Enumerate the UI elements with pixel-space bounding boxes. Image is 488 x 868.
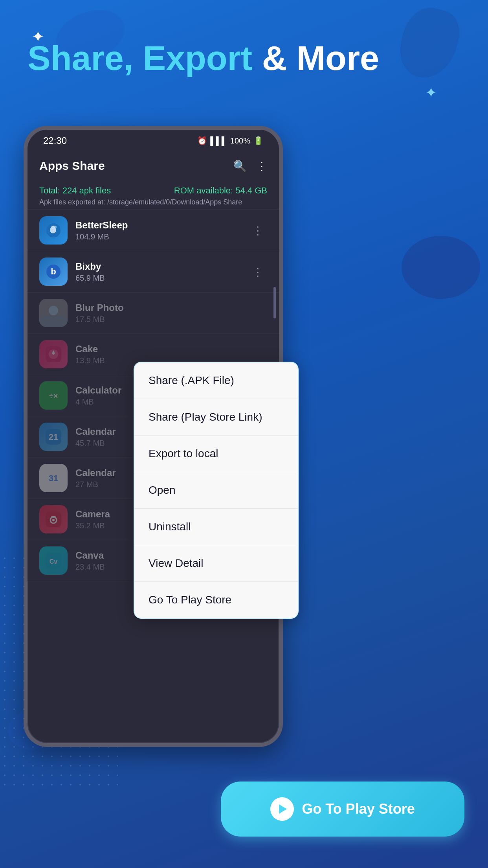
rom-available-label: ROM available: 54.4 GB [174, 186, 267, 196]
battery-text: 100% [230, 136, 250, 145]
svg-text:Cv: Cv [50, 558, 58, 565]
context-menu-item-share-link[interactable]: Share (Play Store Link) [134, 399, 298, 436]
app-info: Blur Photo 17.5 MB [75, 302, 267, 324]
app-info: BetterSleep 104.9 MB [75, 220, 248, 241]
status-icons: ⏰ ▌▌▌ 100% 🔋 [197, 136, 263, 145]
app-name: Blur Photo [75, 302, 267, 313]
svg-rect-6 [39, 316, 68, 327]
header-cyan-text: Share, Export [28, 39, 252, 77]
signal-icon: ▌▌▌ [210, 136, 227, 145]
phone-container: 22:30 ⏰ ▌▌▌ 100% 🔋 Apps Share 🔍 ⋮ Total:… [24, 126, 291, 794]
search-icon[interactable]: 🔍 [233, 160, 247, 173]
export-path-label: Apk files exported at: /storage/emulated… [39, 198, 267, 206]
app-menu-button[interactable]: ⋮ [248, 261, 267, 282]
status-bar: 22:30 ⏰ ▌▌▌ 100% 🔋 [28, 130, 279, 152]
list-item: Blur Photo 17.5 MB [28, 292, 279, 334]
total-apk-label: Total: 224 apk files [39, 186, 111, 196]
app-name: BetterSleep [75, 220, 248, 231]
context-menu: Share (.APK File) Share (Play Store Link… [134, 362, 299, 619]
volume-down-button [280, 248, 283, 279]
app-size: 65.9 MB [75, 274, 248, 283]
play-triangle [279, 804, 287, 814]
context-menu-item-go-to-play-store[interactable]: Go To Play Store [134, 582, 298, 618]
app-icon-bettersleep [39, 216, 68, 245]
app-icon-calendar1: 21 [39, 423, 68, 451]
sparkle-top-icon: ✦ [31, 28, 45, 46]
phone-notch [141, 152, 165, 161]
sparkle-bottom-icon: ✦ [425, 85, 437, 101]
context-menu-item-export[interactable]: Export to local [134, 436, 298, 472]
app-info: Bixby 65.9 MB [75, 261, 248, 283]
decorative-blob-3 [402, 236, 480, 299]
header-section: ✦ Share, Export & More ✦ [28, 39, 460, 77]
go-to-play-store-button[interactable]: Go To Play Store [221, 782, 464, 837]
list-item: b Bixby 65.9 MB ⋮ [28, 251, 279, 292]
more-options-icon[interactable]: ⋮ [256, 160, 267, 173]
cta-button-label: Go To Play Store [302, 801, 415, 817]
play-store-icon [270, 797, 294, 821]
svg-point-18 [52, 519, 55, 521]
app-icon-camera [39, 505, 68, 533]
app-icon-blur [39, 299, 68, 327]
context-menu-item-open[interactable]: Open [134, 472, 298, 509]
status-time: 22:30 [43, 135, 67, 146]
svg-text:b: b [51, 267, 56, 276]
context-menu-item-view-detail[interactable]: View Detail [134, 545, 298, 582]
header-white-text-2: & More [262, 39, 379, 77]
cta-section: Go To Play Store [221, 782, 464, 837]
svg-point-1 [53, 226, 57, 229]
svg-point-5 [49, 306, 58, 315]
app-icon-canva: Cv [39, 546, 68, 575]
app-name: Cake [75, 344, 267, 355]
app-icon-calculator: ÷× [39, 381, 68, 410]
svg-text:÷×: ÷× [49, 392, 58, 400]
svg-text:31: 31 [49, 473, 58, 483]
alarm-icon: ⏰ [197, 136, 207, 145]
context-menu-item-uninstall[interactable]: Uninstall [134, 509, 298, 545]
stats-row: Total: 224 apk files ROM available: 54.4… [39, 186, 267, 196]
list-item: BetterSleep 104.9 MB ⋮ [28, 210, 279, 251]
app-bar-title: Apps Share [39, 159, 105, 173]
app-icon-calendar2: 31 [39, 464, 68, 492]
svg-rect-19 [51, 516, 56, 518]
svg-text:21: 21 [49, 432, 58, 442]
header-title: Share, Export & More [28, 39, 460, 77]
context-menu-item-share-apk[interactable]: Share (.APK File) [134, 362, 298, 399]
app-size: 17.5 MB [75, 315, 267, 324]
app-icon-bixby: b [39, 257, 68, 286]
app-name: Bixby [75, 261, 248, 272]
app-size: 104.9 MB [75, 232, 248, 241]
volume-up-button [280, 208, 283, 240]
stats-bar: Total: 224 apk files ROM available: 54.4… [28, 180, 279, 210]
app-bar-icons: 🔍 ⋮ [233, 160, 267, 173]
app-menu-button[interactable]: ⋮ [248, 220, 267, 241]
battery-icon: 🔋 [253, 136, 263, 145]
app-icon-cake [39, 340, 68, 368]
scrollbar [273, 287, 276, 318]
